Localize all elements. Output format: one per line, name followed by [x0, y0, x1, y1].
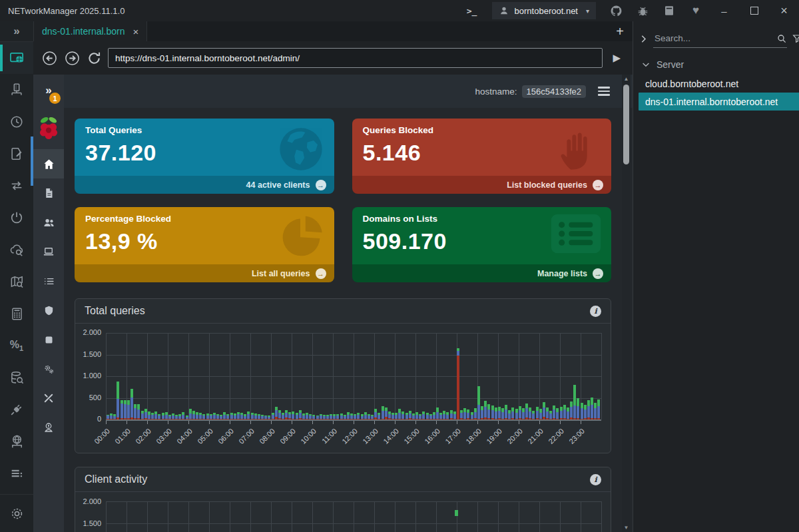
- pihole-nav-dashboard[interactable]: [33, 149, 64, 178]
- forward-button[interactable]: [64, 50, 81, 67]
- sidebar-item-listeners[interactable]: [0, 457, 33, 489]
- console-button[interactable]: >_: [459, 0, 485, 21]
- hamburger-menu-button[interactable]: [598, 87, 610, 96]
- sidebar-item-subnet-calculator[interactable]: [0, 298, 33, 330]
- url-input[interactable]: [108, 48, 603, 68]
- sidebar-item-bit-calculator[interactable]: %1: [0, 330, 33, 362]
- y-tick-label: 2.000: [83, 497, 101, 505]
- maximize-button[interactable]: [739, 0, 769, 21]
- pihole-nav-groups[interactable]: [33, 208, 64, 237]
- pihole-nav-settings[interactable]: [33, 354, 64, 384]
- server-rack-icon: [9, 83, 24, 97]
- home-icon: [43, 158, 55, 170]
- client-activity-panel: Client activity i 2.000 1.500: [75, 467, 611, 532]
- total-queries-xaxis: 00:0001:0002:0003:0004:0005:0006:0007:00…: [106, 421, 601, 453]
- search-box[interactable]: [653, 29, 787, 48]
- list-card-icon: [549, 212, 603, 255]
- laptop-icon: [42, 246, 55, 258]
- sidebar-item-whois[interactable]: [0, 425, 33, 457]
- panel-title: Total queries: [85, 305, 145, 317]
- pihole-nav-donate[interactable]: [33, 413, 64, 442]
- total-queries-plot: [106, 333, 601, 421]
- github-icon: [610, 5, 623, 17]
- report-bug-button[interactable]: [629, 0, 656, 21]
- close-tab-icon[interactable]: ×: [133, 27, 139, 37]
- shield-icon: [43, 304, 55, 317]
- pihole-nav-clients[interactable]: [33, 237, 64, 266]
- title-bar: NETworkManager 2025.11.1.0 >_ borntobero…: [0, 0, 799, 21]
- notification-badge: 1: [49, 93, 61, 104]
- card-footer-link[interactable]: List all queries →: [75, 264, 334, 282]
- sidebar-item-traffic[interactable]: [0, 170, 33, 202]
- pihole-nav-domains[interactable]: [33, 266, 64, 296]
- minimize-button[interactable]: –: [709, 0, 739, 21]
- expand-sidebar-button[interactable]: »: [0, 21, 33, 42]
- search-icon: [776, 33, 787, 44]
- back-button[interactable]: [41, 50, 58, 67]
- tab-dns-01[interactable]: dns-01.internal.born ×: [33, 21, 147, 41]
- settings-button[interactable]: [0, 494, 33, 532]
- sidebar-item-remote-server[interactable]: [0, 74, 33, 106]
- card-footer-link[interactable]: 44 active clients →: [75, 176, 334, 194]
- sidebar-item-cloud-lookup[interactable]: [0, 234, 33, 266]
- scroll-down-arrow-icon[interactable]: ▼: [622, 525, 631, 531]
- web-console-icon: [9, 51, 25, 66]
- server-item-cloud[interactable]: cloud.borntoberoot.net: [639, 75, 799, 93]
- maximize-icon: [750, 7, 758, 15]
- plug-icon: [9, 402, 24, 417]
- webview-scrollbar[interactable]: ▲ ▼: [622, 75, 631, 532]
- info-icon[interactable]: i: [590, 306, 601, 317]
- pihole-main: hostname: 156c54133fe2 Total Queries 37.…: [64, 75, 633, 532]
- scrollbar-thumb[interactable]: [623, 85, 629, 164]
- chevron-down-icon: [641, 60, 651, 69]
- github-button[interactable]: [603, 0, 629, 21]
- pihole-nav-disable-blocking[interactable]: [33, 325, 64, 354]
- sidebar-item-web-console[interactable]: [0, 42, 33, 74]
- sidebar-item-lookup[interactable]: [0, 362, 33, 394]
- app-window: NETworkManager 2025.11.1.0 >_ borntobero…: [0, 0, 799, 532]
- server-group-label: Server: [657, 59, 684, 70]
- total-queries-yaxis: 05001.0001.5002.000: [79, 333, 106, 419]
- user-icon: [499, 5, 509, 16]
- sidebar-item-power[interactable]: [0, 202, 33, 234]
- sidebar-item-connections[interactable]: [0, 394, 33, 425]
- power-icon: [9, 210, 24, 225]
- pihole-logo[interactable]: [37, 107, 61, 149]
- server-item-dns-01[interactable]: dns-01.internal.borntoberoot.net: [639, 93, 799, 111]
- search-input[interactable]: [653, 33, 774, 44]
- pihole-nav-tools[interactable]: [33, 384, 64, 413]
- refresh-button[interactable]: [87, 51, 102, 66]
- sidebar-item-notes[interactable]: [0, 138, 33, 170]
- total-queries-panel: Total queries i 05001.0001.5002.000 00:0…: [75, 298, 611, 453]
- chevron-down-icon: ▾: [586, 7, 589, 15]
- card-footer-text: List all queries: [252, 269, 310, 278]
- server-group-header[interactable]: Server: [639, 55, 799, 75]
- sidebar-item-history[interactable]: [0, 106, 33, 138]
- pihole-content: Total Queries 37.120 44 active clients →: [64, 108, 633, 532]
- sidebar-scrollbar[interactable]: [31, 136, 33, 186]
- go-button[interactable]: ▶: [609, 52, 625, 64]
- pihole-nav-dns[interactable]: [33, 296, 64, 325]
- close-button[interactable]: ×: [769, 0, 799, 21]
- tab-bar: dns-01.internal.born × +: [33, 21, 633, 41]
- cloud-search-icon: [9, 242, 25, 258]
- collapse-panel-chevron-icon[interactable]: [639, 34, 649, 44]
- new-tab-button[interactable]: +: [607, 21, 633, 41]
- profiles-panel: + Server cloud.borntoberoot.net dns-01.i…: [633, 21, 799, 532]
- scroll-up-arrow-icon[interactable]: ▲: [622, 76, 631, 82]
- sidebar-item-ip-geolocation[interactable]: [0, 266, 33, 298]
- card-footer-text: List blocked queries: [507, 180, 587, 190]
- card-footer-link[interactable]: List blocked queries →: [352, 176, 612, 194]
- pihole-expand-sidebar[interactable]: » 1: [33, 75, 64, 107]
- info-icon[interactable]: i: [590, 474, 601, 485]
- gears-icon: [43, 364, 55, 375]
- filter-icon[interactable]: [792, 33, 799, 44]
- sponsor-button[interactable]: ♥: [682, 0, 709, 21]
- card-footer-link[interactable]: Manage lists →: [352, 264, 612, 282]
- profile-selector[interactable]: borntoberoot.net ▾: [492, 2, 596, 19]
- console-icon: >_: [467, 6, 477, 16]
- documentation-button[interactable]: [656, 0, 682, 21]
- pihole-nav-query-log[interactable]: [33, 178, 64, 208]
- card-footer-text: 44 active clients: [246, 180, 310, 190]
- panel-title: Client activity: [85, 473, 147, 485]
